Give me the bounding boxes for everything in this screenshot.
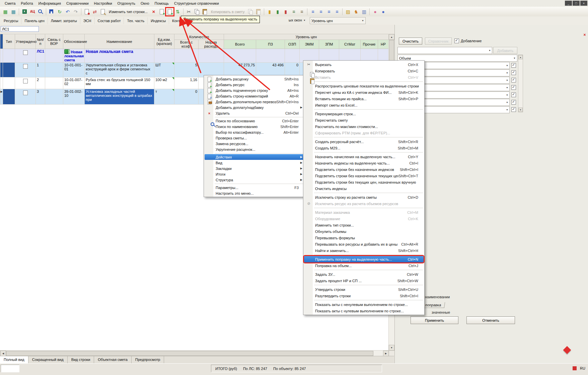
redo-icon[interactable]: ↷ bbox=[72, 8, 79, 15]
cell-qty[interactable]: 0 bbox=[174, 89, 199, 105]
scroll-down-icon[interactable]: ▼ bbox=[518, 108, 523, 112]
menu-item[interactable]: Пересчитать смету bbox=[304, 117, 424, 123]
checkbox-unchecked[interactable] bbox=[23, 64, 28, 69]
menubar-item[interactable]: Отдохнуть bbox=[115, 1, 138, 6]
menu-item[interactable]: Разутвердить строкиShift+Ctrl+I bbox=[304, 293, 424, 299]
scroll-up-icon[interactable]: ▲ bbox=[518, 55, 523, 59]
menu-item[interactable]: Добавить подчиненную строкуAlt+Ins bbox=[205, 87, 304, 93]
cell-approved[interactable] bbox=[15, 77, 36, 89]
menu-item[interactable]: Структура▶ bbox=[205, 177, 304, 183]
cell-justification[interactable]: Новая локальная смета bbox=[63, 49, 85, 63]
cell-pz[interactable] bbox=[256, 49, 285, 63]
toolbar2-button[interactable]: Тех. часть bbox=[124, 17, 148, 24]
cancel-icon[interactable]: × bbox=[150, 8, 157, 15]
menu-item[interactable]: Поиск по наименованиюShift+Enter bbox=[205, 124, 304, 129]
search-field-checkbox[interactable] bbox=[511, 78, 516, 82]
cell-justification[interactable]: 10-01-001-01 bbox=[63, 63, 85, 77]
column-header[interactable]: Количество bbox=[174, 34, 224, 40]
toolbar2-button[interactable]: Индексы bbox=[148, 17, 169, 24]
clear-button[interactable]: Очистить bbox=[399, 38, 422, 45]
price-level-combo[interactable]: Уровень цен ▼ bbox=[310, 17, 366, 24]
filter-rows-icon[interactable]: ≡ bbox=[317, 8, 324, 15]
view-tab[interactable]: Объектная смета bbox=[94, 356, 132, 364]
column-subheader[interactable]: ЭММ bbox=[300, 40, 319, 49]
menu-item[interactable]: Подсветить строки без назначенных индекс… bbox=[304, 166, 424, 173]
toolbar2-button[interactable]: Панель цен bbox=[21, 17, 48, 24]
menu-item[interactable]: Перевызвать формулы bbox=[304, 235, 424, 241]
menu-item[interactable]: Найти и заменить...Shift+Ctrl+H bbox=[304, 247, 424, 254]
cancel-button[interactable]: Отменить bbox=[466, 316, 515, 324]
row-selector[interactable] bbox=[0, 49, 3, 63]
cell-type[interactable] bbox=[3, 77, 15, 89]
cell-approved[interactable] bbox=[15, 89, 36, 105]
menu-item[interactable]: Проверка сметы... bbox=[205, 135, 304, 141]
cell-num[interactable]: 1 bbox=[36, 63, 45, 77]
cell-total[interactable] bbox=[224, 49, 256, 63]
cell-qty[interactable]: 1,16 bbox=[174, 77, 199, 89]
menubar-item[interactable]: Настройки bbox=[91, 1, 115, 6]
panel-scrollbar[interactable]: ▲ ▼ bbox=[518, 55, 523, 112]
column-header[interactable]: Связь с ВОР bbox=[45, 34, 63, 49]
search-field-checkbox[interactable] bbox=[511, 107, 516, 112]
view-tab[interactable]: Вид строки bbox=[68, 356, 94, 364]
cell-unit[interactable]: ШТ bbox=[154, 63, 174, 77]
menu-item[interactable]: Вставить позиции из прайса...Shift+Ctrl+… bbox=[304, 96, 424, 102]
search-field-checkbox[interactable] bbox=[511, 100, 516, 105]
close-button[interactable]: × bbox=[580, 1, 587, 6]
menu-item[interactable]: Распространить ценовые показатели на выд… bbox=[304, 83, 424, 89]
checkbox-unchecked[interactable] bbox=[23, 90, 28, 95]
menu-item[interactable]: Добавить строку-комментарийAlt+R bbox=[205, 93, 304, 99]
cell-unit[interactable] bbox=[154, 49, 174, 63]
cell-approved[interactable] bbox=[15, 49, 36, 63]
cell-name[interactable]: Установка закладных частей металлических… bbox=[85, 89, 154, 105]
price-audit-icon[interactable]: АЦ bbox=[29, 8, 36, 15]
search-field-checkbox[interactable] bbox=[511, 70, 516, 75]
cell-justification[interactable]: 10-01-007-02 bbox=[63, 77, 85, 89]
new-estimate-icon[interactable]: ▦ bbox=[2, 8, 9, 15]
column-header[interactable]: №п/п bbox=[36, 34, 45, 49]
menu-item[interactable]: Исключить строку из расчета сметыCtrl+D bbox=[304, 194, 424, 200]
cell-qty[interactable] bbox=[174, 49, 199, 63]
apply-button[interactable]: Применить bbox=[411, 316, 458, 324]
column-subheader[interactable]: ЗПМ bbox=[319, 40, 339, 49]
keyboard-layout-icon[interactable] bbox=[573, 366, 577, 370]
menu-item[interactable]: Перенумерация строк... bbox=[304, 111, 424, 117]
menu-item[interactable]: Утвердить строкиShift+Ctrl+U bbox=[304, 286, 424, 293]
add-button[interactable]: Добавить bbox=[493, 47, 517, 54]
base-book-icon[interactable]: ▮ bbox=[266, 8, 273, 15]
menu-item[interactable]: Замена ресурсов... bbox=[205, 141, 304, 146]
column-subheader[interactable]: Норма расхода bbox=[199, 40, 224, 49]
camel-icon[interactable]: ♞ bbox=[352, 8, 360, 15]
menubar-item[interactable]: Структурные справочники bbox=[171, 1, 221, 6]
menubar-item[interactable]: Помощь bbox=[152, 1, 172, 6]
paste-icon[interactable] bbox=[201, 8, 209, 15]
exchange-icon[interactable]: ⇄ bbox=[91, 8, 98, 15]
refresh-icon[interactable]: ↻ bbox=[56, 8, 63, 15]
cell-name[interactable]: Рубка стен: из брусьев толщиной 150 мм bbox=[85, 77, 154, 89]
cell-qty[interactable]: 5 bbox=[174, 63, 199, 77]
scroll-down-icon[interactable]: ▼ bbox=[389, 345, 394, 351]
column-header[interactable]: Уровень цен bbox=[224, 34, 389, 40]
checkbox-unchecked[interactable] bbox=[23, 50, 28, 55]
column-subheader[interactable]: ПЗ bbox=[256, 40, 285, 49]
toolbar2-button[interactable]: Состав работ bbox=[95, 17, 124, 24]
cell-vor-link[interactable] bbox=[45, 49, 63, 63]
scroll-up-icon[interactable]: ▲ bbox=[389, 34, 394, 40]
menu-item[interactable]: Перевызвать все ресурсы и добавить их в … bbox=[304, 241, 424, 247]
maximize-button[interactable]: □ bbox=[573, 1, 580, 6]
copy-to-estimate-icon[interactable] bbox=[247, 8, 254, 15]
column-header[interactable]: Утверждено bbox=[15, 34, 36, 49]
search-field-checkbox[interactable] bbox=[511, 85, 516, 90]
menu-item[interactable]: Задать процент НР и СП ...Shift+Ctrl+W bbox=[304, 277, 424, 284]
menu-item[interactable]: Показать акты с ненулевым выполнением по… bbox=[304, 301, 424, 308]
floating-windows-button-fragment[interactable]: ых окон ▼ bbox=[289, 18, 306, 22]
cell-justification[interactable]: 39-01-002-10 bbox=[63, 89, 85, 105]
minimize-button[interactable]: _ bbox=[565, 1, 572, 6]
cell-vor-link[interactable] bbox=[45, 89, 63, 105]
column-header[interactable]: Обоснование bbox=[63, 34, 85, 49]
scroll-right-icon[interactable]: ▶ bbox=[383, 351, 389, 356]
panel-close-icon[interactable]: × bbox=[582, 33, 587, 38]
cell-type[interactable] bbox=[3, 49, 15, 63]
save-icon[interactable] bbox=[48, 8, 55, 15]
menu-item[interactable]: Назначить индексы на выделенную часть...… bbox=[304, 160, 424, 166]
